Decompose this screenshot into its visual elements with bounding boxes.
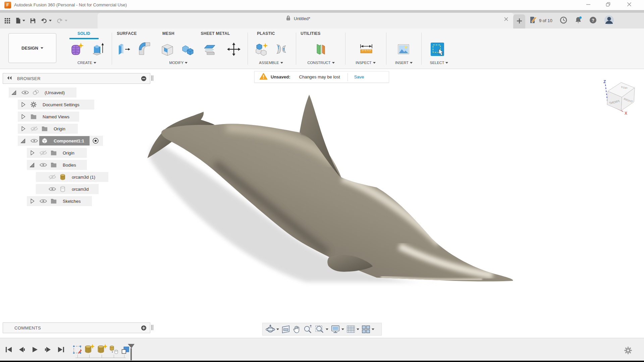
group-label-assemble[interactable]: ASSEMBLE [248, 61, 294, 65]
plus-circle-icon[interactable] [141, 325, 147, 331]
tree-item-label[interactable]: Origin [54, 126, 65, 131]
ribbon-tab-solid[interactable]: SOLID [62, 31, 106, 36]
chevron-down-icon[interactable] [22, 20, 25, 21]
tree-item-label[interactable]: orcam3d [72, 187, 89, 192]
select-tool[interactable] [430, 41, 445, 57]
save-link[interactable]: Save [354, 74, 364, 79]
play-button[interactable] [31, 346, 39, 355]
tree-row-origin[interactable]: Origin [0, 147, 158, 159]
view-cube[interactable]: Z TOP FRONT RIGHT X [597, 77, 644, 124]
chevron-down-icon[interactable] [49, 20, 52, 21]
eye-icon[interactable] [39, 198, 47, 204]
gear-icon[interactable] [624, 346, 632, 356]
step-forward-button[interactable] [44, 346, 52, 355]
expand-arrow-icon[interactable] [29, 149, 36, 156]
shell-tool[interactable] [160, 41, 175, 57]
chevron-down-icon[interactable] [65, 20, 67, 21]
chevron-down-icon[interactable] [326, 328, 328, 330]
redo-button[interactable] [56, 18, 67, 23]
browser-panel-header[interactable]: BROWSER [3, 73, 150, 84]
eye-icon[interactable] [30, 138, 38, 143]
pan-button[interactable] [292, 324, 301, 334]
collapse-arrow-icon[interactable] [20, 137, 26, 144]
minus-circle-icon[interactable] [141, 76, 147, 81]
measure-tool[interactable] [359, 41, 374, 57]
joint-tool[interactable] [273, 41, 289, 57]
step-back-button[interactable] [18, 346, 26, 355]
tree-row-document-settings[interactable]: Document Settings [0, 99, 158, 111]
restore-button[interactable] [601, 1, 615, 9]
comments-panel-header[interactable]: COMMENTS [3, 322, 150, 333]
timeline-feature-insert-mesh-icon[interactable] [97, 344, 107, 356]
fillet-tool[interactable] [137, 41, 152, 57]
job-status[interactable]: 9 of 10 [529, 16, 552, 25]
construct-plane-tool[interactable] [313, 41, 328, 57]
move-tool[interactable] [226, 41, 241, 57]
grid-settings-button[interactable] [346, 324, 359, 334]
expand-arrow-icon[interactable] [20, 125, 26, 132]
ribbon-tab-sheet-metal[interactable]: SHEET METAL [194, 31, 237, 36]
tree-row-origin[interactable]: Origin [0, 123, 158, 135]
expand-arrow-icon[interactable] [20, 101, 26, 108]
eye-off-icon[interactable] [39, 150, 47, 156]
timeline-feature-boundary-fill-icon[interactable] [121, 346, 130, 356]
tree-row--unsaved-[interactable]: (Unsaved) [0, 86, 158, 99]
browser-grip-handle[interactable] [151, 75, 154, 82]
clock-icon[interactable] [560, 16, 567, 25]
help-icon[interactable]: ? [589, 16, 597, 25]
zoom-button[interactable]: ± [303, 324, 313, 334]
eye-icon[interactable] [39, 162, 47, 168]
press-pull-tool[interactable] [116, 41, 131, 57]
chevron-down-icon[interactable] [357, 328, 359, 330]
tree-row-orcam3d[interactable]: orcam3d [0, 183, 158, 195]
file-new-button[interactable] [15, 17, 25, 24]
tree-item-label[interactable]: orcam3d (1) [72, 175, 95, 180]
new-tab-button[interactable] [513, 14, 525, 28]
tree-row-sketches[interactable]: Sketches [0, 195, 158, 207]
ribbon-tab-mesh[interactable]: MESH [147, 31, 190, 36]
expand-arrow-icon[interactable] [29, 198, 36, 204]
undo-button[interactable] [41, 18, 52, 23]
avatar[interactable] [604, 15, 614, 26]
notifications-bell-icon[interactable] [575, 16, 582, 25]
tree-row-named-views[interactable]: Named Views [0, 111, 158, 123]
tree-item-label[interactable]: (Unsaved) [45, 90, 65, 95]
collapse-arrow-icon[interactable] [29, 162, 36, 168]
fit-button[interactable] [315, 324, 328, 334]
collapse-arrow-icon[interactable] [11, 89, 17, 96]
tree-item-label[interactable]: Document Settings [43, 102, 79, 107]
eye-icon[interactable] [48, 186, 56, 192]
chevron-down-icon[interactable] [276, 328, 279, 330]
chevrons-left-icon[interactable] [6, 75, 12, 81]
group-label-modify[interactable]: MODIFY [155, 61, 202, 65]
activate-component-radio[interactable] [92, 137, 99, 144]
close-button[interactable] [623, 1, 636, 9]
eye-icon[interactable] [21, 90, 29, 95]
viewport-3d[interactable]: Unsaved: Changes may be lost Save BROWSE… [0, 69, 644, 338]
group-label-create[interactable]: CREATE [63, 61, 110, 65]
close-tab-button[interactable] [502, 16, 510, 23]
display-settings-button[interactable] [330, 324, 344, 334]
timeline-feature-derive-mesh-icon[interactable] [109, 345, 119, 356]
skip-start-button[interactable] [5, 346, 13, 355]
group-label-construct[interactable]: CONSTRUCT [298, 61, 344, 65]
comments-grip-handle[interactable] [151, 324, 154, 332]
tree-row-orcam3d-1-[interactable]: orcam3d (1) [0, 171, 158, 183]
new-component-tool[interactable] [254, 41, 269, 57]
workspace-selector[interactable]: DESIGN [8, 33, 56, 63]
tree-row-component1-1[interactable]: Component1:1 [0, 135, 158, 147]
chevron-down-icon[interactable] [372, 328, 374, 330]
combine-tool[interactable] [181, 41, 196, 57]
ribbon-tab-utilities[interactable]: UTILITIES [289, 31, 332, 36]
app-grid-button[interactable] [4, 18, 10, 24]
tree-item-label[interactable]: Origin [63, 150, 74, 156]
extrude-tool[interactable] [90, 41, 105, 57]
tree-item-label[interactable]: Sketches [63, 199, 80, 204]
tree-item-label[interactable]: Named Views [43, 114, 69, 119]
tree-item-label[interactable]: Component1:1 [54, 138, 84, 143]
offset-face-tool[interactable] [202, 41, 217, 57]
orbit-button[interactable] [265, 324, 279, 334]
timeline-marker-stem[interactable] [130, 348, 132, 360]
expand-arrow-icon[interactable] [20, 113, 26, 120]
minimize-button[interactable] [582, 1, 595, 9]
